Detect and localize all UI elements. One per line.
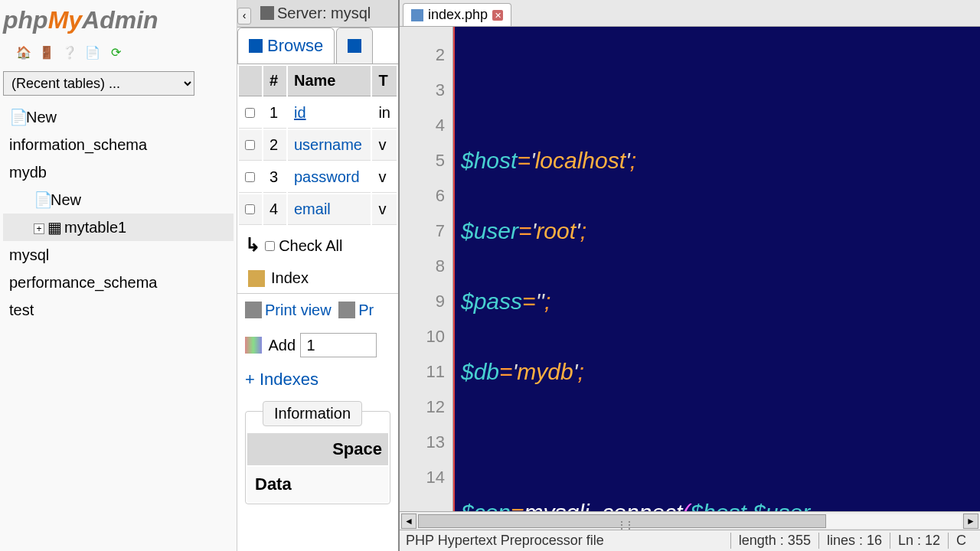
tree-mydb[interactable]: mydb <box>3 158 234 186</box>
column-name-link[interactable]: id <box>294 104 306 121</box>
tree-information-schema[interactable]: information_schema <box>3 131 234 158</box>
line-number: 2 <box>400 37 445 73</box>
scroll-thumb[interactable] <box>418 514 826 528</box>
check-all-checkbox[interactable] <box>265 241 275 251</box>
line-number: 12 <box>400 390 445 425</box>
row-checkbox[interactable] <box>245 108 255 118</box>
line-number: 11 <box>400 354 445 390</box>
line-number: 4 <box>400 108 445 143</box>
structure-panel: ‹ Server: mysql Browse # Name T 1 id in … <box>237 0 398 551</box>
information-box: Information Space Data <box>245 411 390 504</box>
tab-structure[interactable] <box>336 28 373 64</box>
row-number: 2 <box>263 130 286 161</box>
close-tab-icon[interactable]: ✕ <box>492 10 503 21</box>
php-file-icon <box>411 9 423 21</box>
row-number: 4 <box>263 194 286 225</box>
collapse-panel-button[interactable]: ‹ <box>237 8 251 24</box>
tree-new[interactable]: 📄New <box>3 103 234 131</box>
new-db-icon: 📄 <box>9 105 23 129</box>
row-number: 1 <box>263 98 286 129</box>
tree-mydb-new[interactable]: 📄New <box>3 186 234 214</box>
print-view-link[interactable]: Print view <box>265 302 332 318</box>
column-name-link[interactable]: password <box>294 168 360 185</box>
index-icon <box>248 270 265 287</box>
breadcrumb: Server: mysql <box>237 0 398 28</box>
check-all-row: ↳ Check All <box>237 227 398 263</box>
row-checkbox[interactable] <box>245 204 255 214</box>
column-name-link[interactable]: username <box>294 136 362 153</box>
exit-icon[interactable]: 🚪 <box>38 44 55 60</box>
column-type: v <box>372 194 397 225</box>
db-tree: 📄New information_schema mydb 📄New +▦myta… <box>0 99 237 328</box>
pma-logo: phpMyAdmin <box>0 0 237 41</box>
space-header: Space <box>247 433 388 465</box>
column-type: v <box>372 130 397 161</box>
line-number: 14 <box>400 460 445 495</box>
editor-panel: index.php ✕ 234567891011121314 $host='lo… <box>398 0 980 551</box>
line-number: 6 <box>400 178 445 214</box>
add-column-icon <box>245 337 262 354</box>
columns-table: # Name T 1 id in 2 username v 3 password… <box>237 64 398 227</box>
row-checkbox[interactable] <box>245 172 255 182</box>
table-row: 4 email v <box>239 194 397 225</box>
line-number: 8 <box>400 249 445 284</box>
print-icon <box>245 302 262 318</box>
help-icon[interactable]: ❔ <box>61 44 78 60</box>
line-number: 10 <box>400 319 445 354</box>
col-type-header: T <box>372 66 397 96</box>
line-number: 7 <box>400 214 445 249</box>
table-row: 2 username v <box>239 130 397 161</box>
column-type: in <box>372 98 397 129</box>
col-hash: # <box>263 66 286 96</box>
line-number: 5 <box>400 143 445 178</box>
row-number: 3 <box>263 162 286 193</box>
line-number: 13 <box>400 425 445 460</box>
column-type: v <box>372 162 397 193</box>
tab-browse[interactable]: Browse <box>237 28 335 64</box>
information-title: Information <box>263 401 362 426</box>
index-action[interactable]: Index <box>237 263 398 293</box>
server-icon <box>260 6 274 20</box>
add-count-input[interactable] <box>300 333 377 357</box>
new-table-icon: 📄 <box>34 187 47 212</box>
table-row: 1 id in <box>239 98 397 129</box>
recent-tables-select[interactable]: (Recent tables) ... <box>3 71 194 96</box>
home-icon[interactable]: 🏠 <box>15 44 32 60</box>
print-view-link2[interactable]: Pr <box>358 302 374 318</box>
tree-mytable1[interactable]: +▦mytable1 <box>3 214 234 241</box>
row-checkbox[interactable] <box>245 140 255 150</box>
logo-my: My <box>48 6 82 34</box>
status-bar: PHP Hypertext Preprocessor file length :… <box>400 530 980 551</box>
scroll-right-button[interactable]: ► <box>963 514 978 529</box>
select-arrow-icon: ↳ <box>245 234 260 255</box>
status-lines: lines : 16 <box>818 533 890 549</box>
col-name-header: Name <box>288 66 371 96</box>
table-row: 3 password v <box>239 162 397 193</box>
line-number: 9 <box>400 284 445 319</box>
logo-admin: Admin <box>82 6 158 34</box>
code-content[interactable]: $host='localhost'; $user='root'; $pass='… <box>453 27 980 511</box>
tree-mysql[interactable]: mysql <box>3 241 234 269</box>
data-row: Data <box>247 467 388 502</box>
tree-performance-schema[interactable]: performance_schema <box>3 269 234 296</box>
browse-icon <box>249 39 263 53</box>
indexes-link[interactable]: + Indexes <box>237 364 398 396</box>
line-number: 3 <box>400 73 445 108</box>
reload-icon[interactable]: ⟳ <box>107 44 124 60</box>
add-label: Add <box>268 337 296 354</box>
phpmyadmin-sidebar: phpMyAdmin 🏠 🚪 ❔ 📄 ⟳ (Recent tables) ...… <box>0 0 237 551</box>
expand-icon[interactable]: + <box>34 223 44 234</box>
status-col: C <box>948 533 974 549</box>
horizontal-scrollbar[interactable]: ◄ ► <box>400 511 980 530</box>
docs-icon[interactable]: 📄 <box>84 44 101 60</box>
column-name-link[interactable]: email <box>294 201 331 217</box>
tree-test[interactable]: test <box>3 296 234 324</box>
print-icon2 <box>338 302 355 318</box>
scroll-left-button[interactable]: ◄ <box>401 514 416 529</box>
structure-icon <box>348 39 361 53</box>
table-icon: ▦ <box>47 215 61 240</box>
line-gutter: 234567891011121314 <box>400 27 453 511</box>
status-ln: Ln : 12 <box>890 533 948 549</box>
editor-tab-index[interactable]: index.php ✕ <box>403 3 511 26</box>
status-filetype: PHP Hypertext Preprocessor file <box>406 533 730 549</box>
